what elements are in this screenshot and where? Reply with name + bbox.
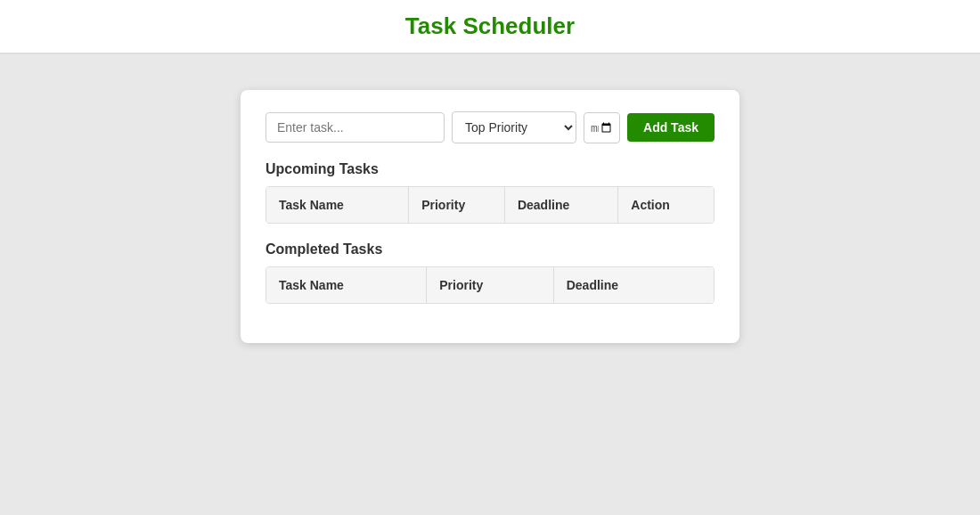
upcoming-col-task-name: Task Name — [266, 187, 409, 223]
completed-section: Completed Tasks Task Name Priority Deadl… — [265, 241, 715, 304]
completed-col-deadline: Deadline — [554, 267, 714, 303]
upcoming-section-title: Upcoming Tasks — [265, 161, 715, 177]
main-card: Top Priority High Priority Medium Priori… — [241, 90, 739, 343]
priority-select[interactable]: Top Priority High Priority Medium Priori… — [452, 111, 576, 143]
upcoming-col-deadline: Deadline — [505, 187, 618, 223]
upcoming-table-header: Task Name Priority Deadline Action — [266, 187, 714, 223]
app-header: Task Scheduler — [0, 0, 980, 54]
completed-tasks-table: Task Name Priority Deadline — [265, 266, 715, 304]
add-task-button[interactable]: Add Task — [627, 113, 715, 142]
upcoming-col-priority: Priority — [409, 187, 505, 223]
task-input-row: Top Priority High Priority Medium Priori… — [265, 111, 715, 143]
upcoming-tasks-table: Task Name Priority Deadline Action — [265, 186, 715, 224]
task-input[interactable] — [265, 112, 445, 143]
completed-section-title: Completed Tasks — [265, 241, 715, 258]
date-input[interactable] — [584, 112, 620, 143]
completed-table-header: Task Name Priority Deadline — [266, 267, 714, 303]
upcoming-col-action: Action — [618, 187, 714, 223]
completed-col-priority: Priority — [427, 267, 553, 303]
app-title: Task Scheduler — [405, 12, 575, 39]
completed-col-task-name: Task Name — [266, 267, 427, 303]
upcoming-section: Upcoming Tasks Task Name Priority Deadli… — [265, 161, 715, 224]
